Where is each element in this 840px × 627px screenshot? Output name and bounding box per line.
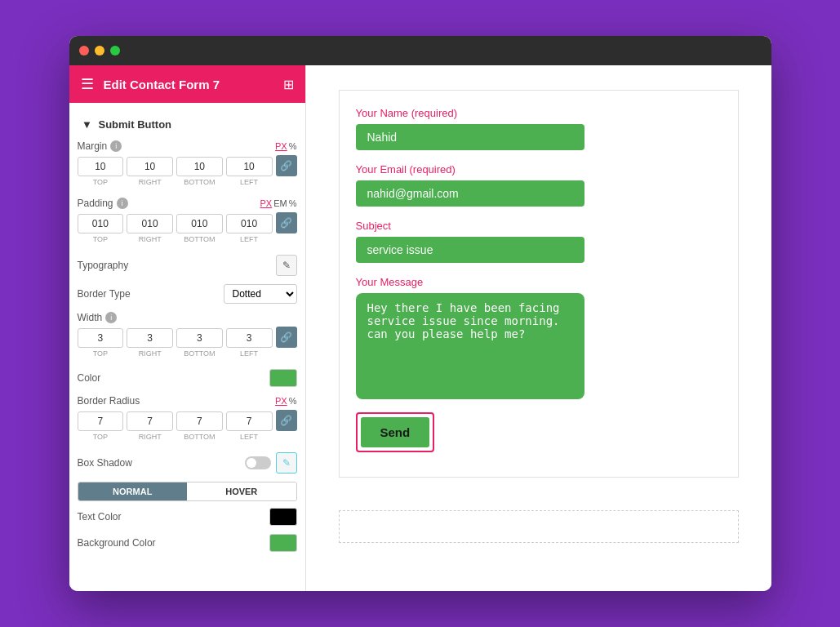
form-section: Your Name (required) Your Email (require… bbox=[339, 90, 739, 478]
message-textarea[interactable]: Hey there I have been facing service iss… bbox=[356, 293, 584, 399]
padding-top-box: TOP bbox=[78, 214, 124, 243]
width-bottom-box: BOTTOM bbox=[176, 328, 223, 358]
typography-row: Typography ✎ bbox=[78, 255, 297, 276]
border-type-select[interactable]: None Solid Dotted Dashed Double bbox=[224, 284, 297, 304]
send-button[interactable]: Send bbox=[361, 417, 430, 447]
close-dot[interactable] bbox=[79, 46, 89, 56]
app-body: ☰ Edit Contact Form 7 ⊞ ▼ Submit Button … bbox=[69, 65, 771, 591]
background-color-swatch[interactable] bbox=[269, 534, 297, 552]
text-color-label: Text Color bbox=[78, 511, 269, 522]
padding-unit-em[interactable]: EM bbox=[273, 198, 287, 208]
margin-info-icon[interactable]: i bbox=[110, 140, 122, 152]
maximize-dot[interactable] bbox=[110, 46, 120, 56]
border-type-row: Border Type None Solid Dotted Dashed Dou… bbox=[78, 284, 297, 304]
margin-left-input[interactable] bbox=[226, 157, 273, 176]
margin-link-button[interactable]: 🔗 bbox=[276, 155, 297, 176]
box-shadow-edit-button[interactable]: ✎ bbox=[276, 452, 297, 474]
width-field: Width i TOP RIGHT bbox=[78, 312, 297, 359]
width-right-box: RIGHT bbox=[127, 328, 173, 358]
margin-label-row: Margin i PX % bbox=[78, 140, 297, 152]
tab-hover[interactable]: HOVER bbox=[187, 482, 296, 500]
border-radius-field: Border Radius PX % TOP bbox=[78, 395, 297, 442]
typography-label: Typography bbox=[78, 260, 276, 271]
width-label: Width bbox=[78, 312, 103, 323]
margin-top-label: TOP bbox=[93, 178, 108, 186]
background-color-row: Background Color bbox=[78, 534, 297, 552]
border-radius-left-input[interactable] bbox=[226, 411, 273, 431]
margin-left-label: LEFT bbox=[240, 178, 258, 186]
padding-right-input[interactable] bbox=[127, 214, 173, 233]
border-radius-unit-percent[interactable]: % bbox=[289, 396, 297, 406]
padding-field: Padding i PX EM % TOP bbox=[78, 198, 297, 245]
sidebar-content: ▼ Submit Button Margin i PX % bbox=[69, 103, 305, 591]
email-input[interactable] bbox=[356, 180, 584, 207]
margin-top-input[interactable] bbox=[78, 157, 124, 176]
subject-input[interactable] bbox=[356, 237, 584, 263]
border-radius-unit-toggle: PX % bbox=[275, 396, 296, 406]
app-window: ☰ Edit Contact Form 7 ⊞ ▼ Submit Button … bbox=[69, 36, 771, 591]
email-field-label: Your Email (required) bbox=[356, 163, 722, 176]
padding-top-label: TOP bbox=[93, 235, 108, 243]
border-radius-label: Border Radius bbox=[78, 395, 140, 407]
border-type-label: Border Type bbox=[78, 288, 224, 300]
send-button-wrapper: Send bbox=[356, 412, 435, 452]
width-top-input[interactable] bbox=[78, 328, 124, 348]
color-swatch[interactable] bbox=[269, 369, 297, 387]
width-bottom-input[interactable] bbox=[176, 328, 223, 348]
margin-unit-px[interactable]: PX bbox=[275, 141, 287, 151]
text-color-swatch[interactable] bbox=[269, 508, 297, 526]
border-radius-right-input[interactable] bbox=[127, 411, 173, 431]
border-radius-top-input[interactable] bbox=[78, 411, 124, 431]
width-inputs: TOP RIGHT BOTTOM bbox=[78, 327, 297, 359]
border-radius-link-button[interactable]: 🔗 bbox=[276, 410, 297, 431]
padding-link-button[interactable]: 🔗 bbox=[276, 212, 297, 233]
color-row: Color bbox=[78, 369, 297, 387]
padding-unit-px[interactable]: PX bbox=[260, 198, 273, 208]
margin-unit-toggle: PX % bbox=[275, 141, 296, 151]
padding-top-input[interactable] bbox=[78, 214, 124, 233]
margin-unit-percent[interactable]: % bbox=[289, 141, 297, 151]
padding-bottom-input[interactable] bbox=[176, 214, 223, 233]
tab-normal[interactable]: NORMAL bbox=[78, 482, 188, 500]
hamburger-icon[interactable]: ☰ bbox=[81, 75, 94, 93]
grid-icon[interactable]: ⊞ bbox=[283, 77, 294, 92]
padding-right-label: RIGHT bbox=[139, 235, 162, 243]
box-shadow-label: Box Shadow bbox=[78, 457, 245, 469]
padding-left-box: LEFT bbox=[226, 214, 273, 243]
margin-right-input[interactable] bbox=[127, 157, 173, 176]
border-radius-bottom-input[interactable] bbox=[176, 411, 223, 431]
name-input[interactable] bbox=[356, 124, 584, 150]
padding-unit-percent[interactable]: % bbox=[289, 198, 297, 208]
margin-bottom-input[interactable] bbox=[176, 157, 223, 176]
box-shadow-toggle[interactable] bbox=[245, 456, 271, 469]
section-label: Submit Button bbox=[99, 118, 172, 131]
name-field-label: Your Name (required) bbox=[356, 107, 722, 119]
section-header-submit[interactable]: ▼ Submit Button bbox=[69, 111, 305, 137]
padding-info-icon[interactable]: i bbox=[117, 198, 128, 209]
color-label: Color bbox=[78, 372, 269, 384]
box-shadow-row: Box Shadow ✎ bbox=[78, 452, 297, 474]
width-left-input[interactable] bbox=[226, 328, 273, 348]
border-radius-unit-px[interactable]: PX bbox=[275, 396, 287, 406]
width-left-box: LEFT bbox=[226, 328, 273, 358]
padding-unit-toggle: PX EM % bbox=[260, 198, 297, 208]
margin-field: Margin i PX % TOP bbox=[78, 140, 297, 188]
border-radius-right-label: RIGHT bbox=[139, 433, 162, 441]
margin-bottom-label: BOTTOM bbox=[184, 178, 215, 186]
width-right-input[interactable] bbox=[127, 328, 173, 348]
padding-left-input[interactable] bbox=[226, 214, 273, 233]
padding-bottom-box: BOTTOM bbox=[176, 214, 223, 243]
padding-inputs: TOP RIGHT BOTTOM bbox=[78, 212, 297, 245]
message-field-group: Your Message Hey there I have been facin… bbox=[356, 276, 722, 399]
subject-field-label: Subject bbox=[356, 220, 722, 232]
minimize-dot[interactable] bbox=[95, 46, 104, 56]
collapse-icon[interactable]: ▼ bbox=[81, 118, 94, 131]
sidebar-header: ☰ Edit Contact Form 7 ⊞ bbox=[69, 65, 305, 103]
width-bottom-label: BOTTOM bbox=[184, 349, 215, 358]
width-info-icon[interactable]: i bbox=[105, 312, 117, 323]
typography-edit-button[interactable]: ✎ bbox=[276, 255, 297, 276]
padding-right-box: RIGHT bbox=[127, 214, 173, 243]
width-link-button[interactable]: 🔗 bbox=[276, 327, 297, 348]
margin-bottom-box: BOTTOM bbox=[176, 157, 223, 186]
section-body: Margin i PX % TOP bbox=[69, 137, 305, 568]
